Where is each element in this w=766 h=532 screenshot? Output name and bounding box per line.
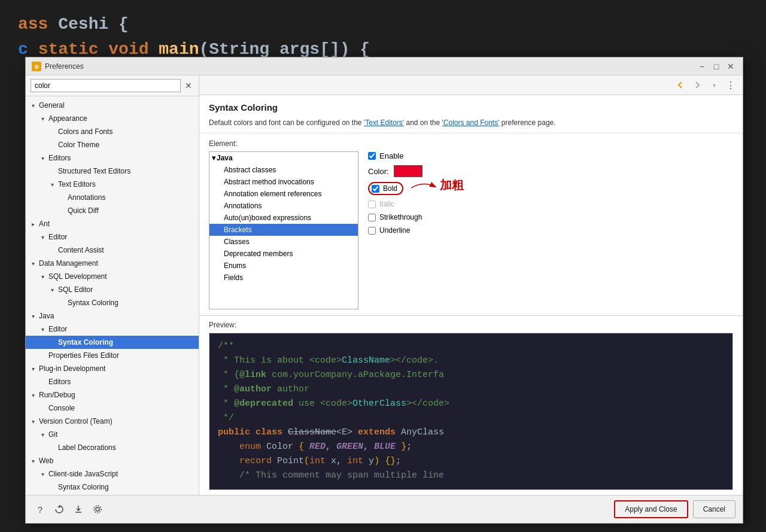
svg-point-4: [94, 506, 101, 513]
element-item-annotations[interactable]: Annotations: [209, 200, 358, 212]
strikethrough-checkbox[interactable]: [368, 214, 376, 221]
text-editors-link[interactable]: 'Text Editors': [364, 118, 404, 127]
element-item-classes[interactable]: Classes: [209, 236, 358, 248]
search-clear-button[interactable]: ✕: [183, 80, 194, 91]
sidebar-item-java[interactable]: ▾ Java: [26, 309, 199, 323]
sidebar-item-quick-diff[interactable]: Quick Diff: [26, 204, 199, 217]
element-body: ▾ Java Abstract classes Abstract method …: [209, 151, 733, 309]
element-item-abstract-classes[interactable]: Abstract classes: [209, 164, 358, 176]
maximize-button[interactable]: □: [710, 61, 722, 72]
dialog-footer: ? Apply and Close Cancel: [26, 495, 743, 523]
element-section: Element: ▾ Java Abstract classes Abstrac…: [199, 133, 743, 315]
sidebar-item-editors[interactable]: ▾ Editors: [26, 151, 199, 165]
expand-icon: ▾: [212, 154, 215, 162]
preferences-dialog: ⚙ Preferences − □ ✕ ✕ ▾ Gener: [25, 57, 743, 524]
preview-section: Preview: /** * This is about <code>Class…: [199, 315, 743, 495]
bold-label[interactable]: Bold: [383, 184, 397, 193]
element-label: Element:: [209, 139, 733, 148]
search-bar: ✕: [26, 75, 199, 96]
sidebar-item-label-decorations[interactable]: Label Decorations: [26, 441, 199, 454]
sidebar-item-data-mgmt[interactable]: ▾ Data Management: [26, 257, 199, 270]
panel-description: Default colors and font can be configure…: [209, 117, 733, 128]
footer-icons: ?: [33, 502, 105, 516]
svg-point-3: [96, 507, 99, 511]
footer-buttons: Apply and Close Cancel: [614, 500, 735, 518]
desc-middle: and on the: [406, 118, 442, 127]
desc-prefix: Default colors and font can be configure…: [209, 118, 364, 127]
sidebar: ✕ ▾ General ▾ Appearance: [26, 75, 199, 495]
color-label: Color:: [368, 167, 389, 176]
minimize-button[interactable]: −: [696, 61, 708, 72]
element-item-autobox[interactable]: Auto(un)boxed expressions: [209, 212, 358, 224]
preview-label: Preview:: [209, 321, 733, 329]
panel-header: Syntax Coloring Default colors and font …: [199, 95, 743, 133]
toolbar-menu-button[interactable]: ⋮: [724, 78, 738, 92]
sidebar-item-colors-fonts[interactable]: Colors and Fonts: [26, 125, 199, 138]
element-item-enums[interactable]: Enums: [209, 260, 358, 272]
underline-label[interactable]: Underline: [379, 226, 410, 235]
sidebar-item-text-editors[interactable]: ▾ Text Editors: [26, 178, 199, 191]
svg-text:⚙: ⚙: [34, 64, 39, 70]
restore-defaults-button[interactable]: [52, 502, 66, 516]
italic-checkbox[interactable]: [368, 200, 376, 208]
colors-fonts-link[interactable]: 'Colors and Fonts': [442, 118, 500, 127]
cancel-button[interactable]: Cancel: [693, 500, 735, 518]
export-button[interactable]: [71, 502, 86, 516]
style-options: Enable Color: Bold 加粗: [368, 151, 733, 309]
apply-close-button[interactable]: Apply and Close: [614, 500, 688, 518]
strikethrough-label[interactable]: Strikethrough: [379, 213, 422, 221]
sidebar-item-client-js[interactable]: ▾ Client-side JavaScript: [26, 467, 199, 481]
bold-checkbox[interactable]: [372, 185, 379, 193]
toolbar-forward-dropdown[interactable]: [690, 78, 704, 92]
sidebar-item-git[interactable]: ▾ Git: [26, 428, 199, 441]
enable-checkbox[interactable]: [368, 152, 376, 160]
panel-toolbar: ▾ ⋮: [199, 75, 743, 95]
sidebar-item-general[interactable]: ▾ General: [26, 99, 199, 112]
sidebar-item-ant-editor[interactable]: ▾ Editor: [26, 230, 199, 244]
underline-checkbox[interactable]: [368, 227, 376, 235]
bold-highlight: Bold: [368, 182, 403, 195]
sidebar-item-console[interactable]: Console: [26, 402, 199, 415]
sidebar-item-run-debug[interactable]: ▾ Run/Debug: [26, 388, 199, 402]
sidebar-item-web[interactable]: ▾ Web: [26, 454, 199, 467]
sidebar-item-vcs[interactable]: ▾ Version Control (Team): [26, 415, 199, 428]
element-item-deprecated[interactable]: Deprecated members: [209, 248, 358, 260]
italic-row: Italic: [368, 200, 733, 208]
settings-button[interactable]: [90, 502, 105, 516]
panel-title: Syntax Coloring: [209, 102, 733, 113]
italic-label[interactable]: Italic: [379, 200, 394, 208]
sidebar-item-sql-dev[interactable]: ▾ SQL Development: [26, 270, 199, 283]
element-group-java[interactable]: ▾ Java: [209, 152, 358, 164]
help-button[interactable]: ?: [33, 502, 47, 516]
dialog-title: Preferences: [45, 62, 84, 71]
strikethrough-row: Strikethrough: [368, 213, 733, 221]
element-item-brackets[interactable]: Brackets: [209, 224, 358, 236]
sidebar-item-properties-editor[interactable]: Properties Files Editor: [26, 349, 199, 362]
sidebar-item-content-assist[interactable]: Content Assist: [26, 244, 199, 257]
sidebar-item-appearance[interactable]: ▾ Appearance: [26, 112, 199, 125]
enable-label[interactable]: Enable: [379, 151, 403, 160]
group-label: Java: [217, 154, 233, 162]
element-item-abstract-method[interactable]: Abstract method invocations: [209, 176, 358, 188]
dialog-icon: ⚙: [32, 62, 41, 71]
toolbar-navigation: ▾ ⋮: [673, 78, 738, 92]
bold-arrow-annotation: [411, 181, 444, 195]
element-item-annotation-refs[interactable]: Annotation element references: [209, 188, 358, 200]
sidebar-item-plugin-editors[interactable]: Editors: [26, 375, 199, 388]
search-input[interactable]: [31, 79, 181, 92]
sidebar-item-java-editor[interactable]: ▾ Editor: [26, 323, 199, 336]
sidebar-item-sql-editor[interactable]: ▾ SQL Editor: [26, 283, 199, 296]
sidebar-item-color-theme[interactable]: Color Theme: [26, 138, 199, 151]
close-button[interactable]: ✕: [725, 61, 737, 72]
sidebar-item-plugin-dev[interactable]: ▾ Plug-in Development: [26, 362, 199, 375]
sidebar-item-syntax-coloring-java[interactable]: Syntax Coloring: [26, 336, 199, 349]
sidebar-item-annotations[interactable]: Annotations: [26, 191, 199, 204]
sidebar-item-ant[interactable]: ▸ Ant: [26, 217, 199, 230]
toolbar-back-button[interactable]: [673, 78, 688, 92]
color-swatch[interactable]: [394, 165, 422, 177]
sidebar-item-syntax-coloring-js[interactable]: Syntax Coloring: [26, 481, 199, 494]
sidebar-item-syntax-coloring-sql[interactable]: Syntax Coloring: [26, 296, 199, 309]
sidebar-tree: ▾ General ▾ Appearance Colors and Fonts: [26, 96, 199, 495]
element-item-fields[interactable]: Fields: [209, 272, 358, 284]
sidebar-item-structured-editors[interactable]: Structured Text Editors: [26, 165, 199, 178]
